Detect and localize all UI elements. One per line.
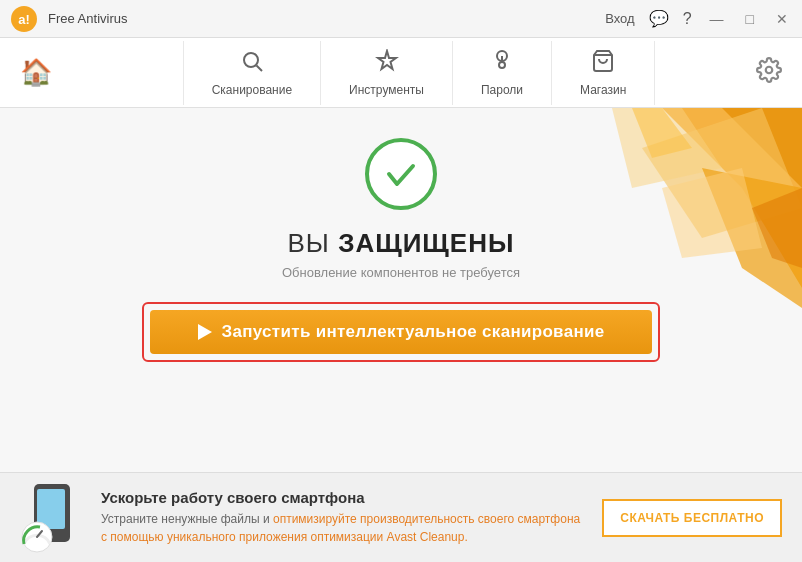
svg-point-7 — [766, 66, 773, 73]
title-bar: a! Free Antivirus Вход 💬 ? — □ ✕ — [0, 0, 802, 38]
svg-point-4 — [499, 62, 505, 68]
app-logo: a! Free Antivirus — [10, 5, 127, 33]
status-subtitle: Обновление компонентов не требуется — [282, 265, 520, 280]
passwords-icon — [490, 49, 514, 79]
restore-button[interactable]: □ — [742, 11, 758, 27]
nav-item-shop[interactable]: Магазин — [552, 41, 655, 105]
svg-point-2 — [244, 53, 258, 67]
nav-item-passwords[interactable]: Пароли — [453, 41, 552, 105]
scan-button-label: Запустить интеллектуальное сканирование — [222, 322, 605, 342]
nav-scan-label: Сканирование — [212, 83, 292, 97]
main-content: ВЫ ЗАЩИЩЕНЫ Обновление компонентов не тр… — [0, 108, 802, 562]
scan-icon — [240, 49, 264, 79]
nav-passwords-label: Пароли — [481, 83, 523, 97]
phone-illustration — [20, 482, 85, 554]
banner-desc: Устраните ненужные файлы и оптимизируйте… — [101, 510, 586, 546]
svg-line-3 — [256, 65, 262, 71]
title-bar-actions: Вход 💬 ? — □ ✕ — [605, 11, 792, 27]
speedometer-icon — [20, 520, 54, 554]
nav-bar: 🏠 Сканирование Инструменты — [0, 38, 802, 108]
bottom-banner: Ускорьте работу своего смартфона Устрани… — [0, 472, 802, 562]
svg-text:a!: a! — [18, 12, 30, 27]
minimize-button[interactable]: — — [706, 11, 728, 27]
login-button[interactable]: Вход — [605, 11, 634, 26]
shop-icon — [591, 49, 615, 79]
nav-item-scan[interactable]: Сканирование — [183, 41, 321, 105]
close-button[interactable]: ✕ — [772, 11, 792, 27]
status-prefix: ВЫ — [288, 228, 339, 258]
help-icon[interactable]: ? — [683, 11, 692, 27]
status-section: ВЫ ЗАЩИЩЕНЫ Обновление компонентов не тр… — [0, 108, 802, 362]
scan-button[interactable]: Запустить интеллектуальное сканирование — [150, 310, 653, 354]
banner-text: Ускорьте работу своего смартфона Устрани… — [101, 489, 586, 546]
nav-home-button[interactable]: 🏠 — [20, 57, 52, 88]
tools-icon — [375, 49, 399, 79]
nav-shop-label: Магазин — [580, 83, 626, 97]
play-icon — [198, 324, 212, 340]
download-button[interactable]: СКАЧАТЬ БЕСПЛАТНО — [602, 499, 782, 537]
status-check-circle — [365, 138, 437, 210]
scan-button-container: Запустить интеллектуальное сканирование — [142, 302, 661, 362]
banner-title: Ускорьте работу своего смартфона — [101, 489, 586, 506]
nav-items: Сканирование Инструменты Пароли — [82, 41, 756, 105]
settings-button[interactable] — [756, 57, 782, 89]
status-title: ВЫ ЗАЩИЩЕНЫ — [288, 228, 515, 259]
nav-item-tools[interactable]: Инструменты — [321, 41, 453, 105]
avast-logo-icon: a! — [10, 5, 38, 33]
scan-button-border: Запустить интеллектуальное сканирование — [142, 302, 661, 362]
nav-tools-label: Инструменты — [349, 83, 424, 97]
chat-icon[interactable]: 💬 — [649, 11, 669, 27]
status-word: ЗАЩИЩЕНЫ — [338, 228, 514, 258]
app-title: Free Antivirus — [48, 11, 127, 26]
